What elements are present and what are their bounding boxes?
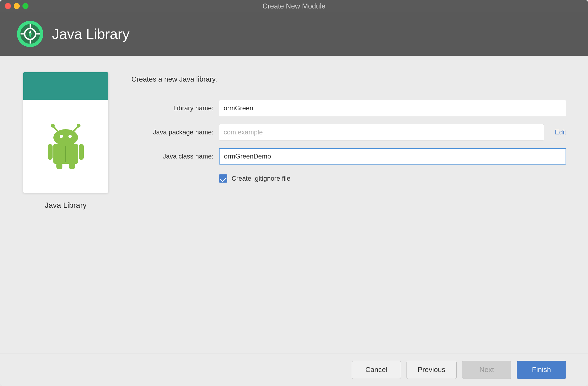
description-text: Creates a new Java library. [131,75,566,83]
java-class-row: Java class name: [131,148,566,165]
checkbox-row: Create .gitignore file [131,174,566,183]
title-bar: Create New Module [0,0,588,12]
java-package-row: Java package name: com.example Edit [131,124,566,140]
module-card [23,72,108,193]
library-name-row: Library name: [131,100,566,116]
bottom-bar: Cancel Previous Next Finish [0,353,588,386]
main-content: Java Library Creates a new Java library.… [0,56,588,353]
next-button: Next [462,361,511,379]
java-class-label: Java class name: [131,152,214,160]
module-card-header [23,72,108,100]
svg-point-11 [51,124,55,128]
svg-point-15 [60,135,63,138]
svg-point-14 [53,129,78,146]
library-name-input[interactable] [219,100,566,116]
module-type-label: Java Library [45,201,87,210]
form-area: Library name: Java package name: com.exa… [131,100,566,183]
maximize-button[interactable] [22,3,28,9]
gitignore-checkbox[interactable] [219,174,227,183]
android-robot-icon [41,122,90,171]
edit-link[interactable]: Edit [555,128,566,136]
svg-rect-18 [48,144,53,160]
previous-button[interactable]: Previous [407,361,457,379]
header-title: Java Library [52,26,129,42]
svg-point-16 [68,135,72,138]
java-package-label: Java package name: [131,128,214,136]
left-panel: Java Library [22,72,109,353]
library-name-label: Library name: [131,104,214,112]
header: Java Library [0,12,588,56]
cancel-button[interactable]: Cancel [352,361,401,379]
content-area: Java Library Creates a new Java library.… [22,72,566,353]
java-class-input[interactable] [219,148,566,165]
java-package-value: com.example [224,128,263,136]
minimize-button[interactable] [14,3,20,9]
gitignore-label: Create .gitignore file [232,175,290,182]
module-card-body [23,100,108,193]
android-studio-icon [16,20,44,48]
svg-point-13 [77,124,80,128]
svg-rect-19 [79,144,84,160]
right-panel: Creates a new Java library. Library name… [131,72,566,353]
traffic-lights [5,3,28,9]
close-button[interactable] [5,3,11,9]
gitignore-checkbox-wrapper: Create .gitignore file [219,174,290,183]
window-title: Create New Module [263,2,325,10]
svg-rect-21 [69,163,75,169]
java-package-display: com.example [219,124,544,140]
main-window: Create New Module Java Library [0,0,588,386]
svg-rect-20 [56,163,62,169]
finish-button[interactable]: Finish [517,361,566,379]
